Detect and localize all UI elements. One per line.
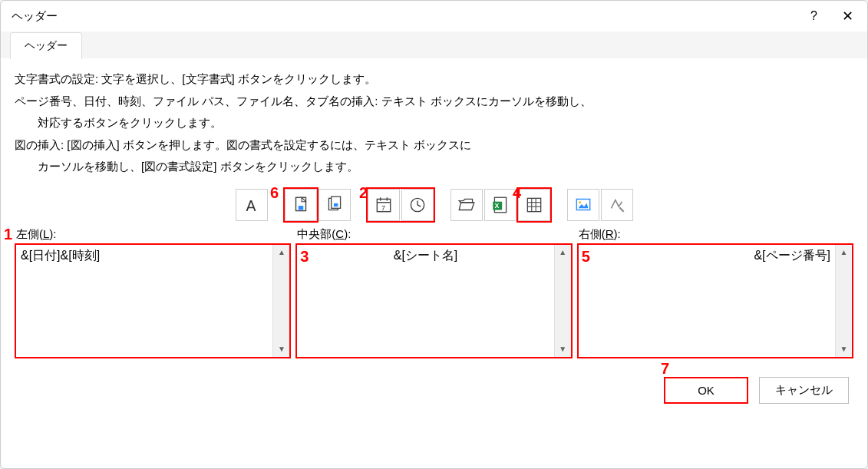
instruction-line: 文字書式の設定: 文字を選択し、[文字書式] ボタンをクリックします。	[15, 68, 853, 91]
page-count-icon	[325, 195, 345, 215]
folder-open-icon	[457, 195, 477, 215]
left-section: 左側(L): ▲ ▼	[15, 227, 291, 358]
instruction-line: ページ番号、日付、時刻、ファイル パス、ファイル名、タブ名の挿入: テキスト ボ…	[15, 91, 853, 113]
excel-file-icon: X	[490, 195, 510, 215]
right-section: 右側(R): 5 ▲ ▼	[577, 227, 853, 358]
insert-file-path-button[interactable]	[451, 189, 483, 221]
instruction-line: 図の挿入: [図の挿入] ボタンを押します。図の書式を設定するには、テキスト ボ…	[15, 134, 853, 157]
titlebar-controls: ? ✕	[804, 5, 860, 28]
scroll-up-icon: ▲	[555, 245, 571, 260]
scroll-down-icon: ▼	[555, 342, 571, 357]
svg-text:X: X	[494, 202, 499, 210]
titlebar: ヘッダー ? ✕	[1, 1, 867, 31]
page-number-icon	[291, 195, 311, 215]
dialog-content: 文字書式の設定: 文字を選択し、[文字書式] ボタンをクリックします。 ページ番…	[1, 59, 867, 366]
tab-strip: ヘッダー	[1, 31, 867, 59]
svg-rect-5	[333, 203, 337, 206]
insert-time-button[interactable]	[401, 189, 434, 221]
format-picture-icon	[607, 195, 627, 215]
letter-a-icon: A	[242, 195, 262, 215]
scroll-down-icon: ▼	[273, 342, 289, 357]
format-picture-button[interactable]	[601, 189, 633, 221]
left-section-label: 左側(L):	[15, 227, 291, 242]
insert-date-button[interactable]: 7	[368, 189, 400, 221]
svg-rect-22	[576, 199, 589, 210]
insert-picture-button[interactable]	[567, 189, 599, 221]
instruction-line: カーソルを移動し、[図の書式設定] ボタンをクリックします。	[15, 156, 853, 178]
insert-number-of-pages-button[interactable]	[318, 189, 351, 221]
scrollbar[interactable]: ▲ ▼	[835, 245, 852, 357]
help-button[interactable]: ?	[804, 6, 823, 26]
right-section-input[interactable]	[579, 245, 835, 357]
toolbar: A	[15, 189, 853, 221]
scroll-up-icon: ▲	[273, 245, 289, 260]
annotation-1: 1	[4, 226, 12, 243]
picture-icon	[573, 195, 593, 215]
svg-text:A: A	[246, 197, 256, 213]
header-dialog: ヘッダー ? ✕ ヘッダー 文字書式の設定: 文字を選択し、[文字書式] ボタン…	[0, 0, 868, 469]
scrollbar[interactable]: ▲ ▼	[554, 245, 571, 357]
dialog-buttons: 7 OK キャンセル	[1, 366, 867, 410]
svg-marker-23	[578, 203, 588, 208]
svg-text:7: 7	[381, 203, 384, 211]
right-section-label: 右側(R):	[577, 227, 853, 242]
insert-sheet-name-button[interactable]	[518, 189, 550, 221]
center-section-input[interactable]	[297, 245, 553, 357]
center-section: 中央部(C): 3 ▲ ▼	[295, 227, 572, 358]
format-text-button[interactable]: A	[236, 189, 268, 221]
calendar-icon: 7	[374, 195, 394, 215]
clock-icon	[408, 195, 427, 215]
cancel-button[interactable]: キャンセル	[759, 377, 849, 404]
tab-header[interactable]: ヘッダー	[10, 32, 82, 59]
scroll-down-icon: ▼	[836, 342, 852, 357]
instruction-line: 対応するボタンをクリックします。	[15, 112, 853, 134]
scroll-up-icon: ▲	[836, 245, 852, 260]
scrollbar[interactable]: ▲ ▼	[272, 245, 289, 357]
close-button[interactable]: ✕	[836, 5, 860, 28]
instructions: 文字書式の設定: 文字を選択し、[文字書式] ボタンをクリックします。 ページ番…	[15, 68, 853, 178]
grid-icon	[524, 195, 544, 215]
dialog-title: ヘッダー	[12, 9, 58, 24]
svg-line-13	[417, 205, 421, 206]
svg-rect-2	[298, 206, 303, 210]
svg-rect-17	[527, 198, 540, 211]
insert-file-name-button[interactable]: X	[484, 189, 517, 221]
ok-button[interactable]: OK	[664, 377, 748, 404]
svg-point-24	[579, 201, 581, 203]
insert-page-number-button[interactable]	[285, 189, 317, 221]
header-sections: 1 左側(L): ▲ ▼ 中央部(C): 3	[15, 227, 853, 358]
left-section-input[interactable]	[16, 245, 272, 357]
center-section-label: 中央部(C):	[295, 227, 572, 242]
